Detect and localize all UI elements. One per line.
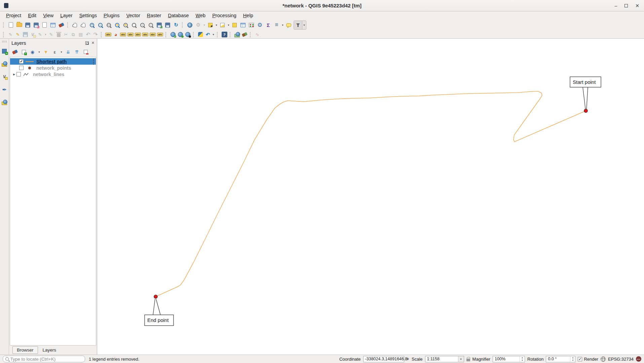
select-features-dropdown[interactable]: ▾ [215,21,218,29]
toolbar-grip[interactable] [101,32,103,37]
coordinate-field[interactable]: -338024.3,14891646.8 [363,356,404,362]
layer-diagram-button[interactable]: ◕ [112,31,119,38]
show-layout-manager-button[interactable] [49,21,57,29]
crs-status[interactable]: EPSG:32734 [608,357,634,362]
menu-raster[interactable]: Raster [144,12,165,19]
profile-tool-button[interactable]: ∿ [254,31,261,38]
spin-down-icon[interactable]: ▼ [570,359,575,362]
pan-to-selection-button[interactable] [79,21,88,29]
menu-processing[interactable]: Processing [209,12,240,19]
layer-row-network-points[interactable]: network_points [10,65,96,71]
pan-map-button[interactable] [71,21,79,29]
toolbar-grip[interactable] [165,32,167,37]
map-canvas[interactable]: Start point End point [97,39,644,355]
add-group-button[interactable] [20,48,28,56]
processing-toolbox-button[interactable]: ⚙ [256,21,264,29]
web-refresh-layer-button[interactable] [177,31,184,38]
zoom-native-button[interactable]: 1:1 [105,21,113,29]
web-add-layer-button[interactable]: + [169,31,177,38]
expression-dropdown[interactable]: ▾ [60,48,63,56]
toolbar-grip[interactable] [3,32,5,37]
feature-action-dropdown[interactable]: ▾ [202,21,206,29]
new-shapefile-layer-button[interactable]: V [0,73,8,81]
text-annotation-dropdown[interactable]: ▾ [302,21,306,29]
select-features-button[interactable] [206,21,215,29]
filter-by-expression-button[interactable]: ε [51,48,59,56]
menu-plugins[interactable]: Plugins [100,12,123,19]
new-project-button[interactable] [7,21,15,29]
menu-edit[interactable]: Edit [25,12,40,19]
modify-attributes-button[interactable]: ✎ [47,31,55,38]
pin-labels-button[interactable]: abc [127,31,134,38]
zoom-last-button[interactable]: ‹ [138,21,147,29]
toolbar-grip[interactable] [230,32,232,37]
open-attribute-table-button[interactable] [239,21,247,29]
zoom-full-button[interactable] [113,21,121,29]
new-virtual-layer-button[interactable] [0,98,8,106]
toolbar-grip[interactable] [217,32,219,37]
undo-button[interactable]: ↶ [84,31,92,38]
measure-button[interactable]: ≡ [272,21,281,29]
highlight-pinned-labels-button[interactable]: abc [119,31,127,38]
menu-settings[interactable]: Settings [76,12,100,19]
toolbar-grip[interactable] [67,22,69,28]
select-by-form-button[interactable] [218,21,227,29]
toggle-editing-button[interactable]: ✎ [14,31,22,38]
vertex-tool-dropdown[interactable]: ▾ [44,31,47,38]
layer-row-network-lines[interactable]: ▸ network_lines [10,71,96,77]
toolbar-grip[interactable] [250,32,252,37]
style-manager-button[interactable] [57,21,66,29]
close-button[interactable]: ✕ [635,3,639,8]
map-themes-dropdown[interactable]: ▾ [37,48,41,56]
cut-features-button[interactable]: ✂ [62,31,70,38]
new-print-layout-button[interactable] [40,21,49,29]
render-checkbox[interactable]: ✓ [578,357,582,361]
crs-globe-icon[interactable] [601,357,606,362]
menu-help[interactable]: Help [240,12,257,19]
select-by-form-dropdown[interactable]: ▾ [227,21,230,29]
python-console-button[interactable] [197,31,204,38]
help-button[interactable]: ? [221,31,228,38]
scale-combo[interactable]: 1:1158 ▾ [425,356,464,362]
expand-icon[interactable]: ▸ [12,72,16,76]
spin-up-icon[interactable]: ▲ [520,356,525,359]
minimize-button[interactable]: – [614,3,617,8]
zoom-in-button[interactable]: + [88,21,96,29]
layer-labeling-button[interactable]: abc [105,31,112,38]
statistical-summary-button[interactable]: Σ [264,21,272,29]
copy-features-button[interactable]: ⧉ [70,31,77,38]
layer-label[interactable]: network_points [36,65,71,71]
show-hide-labels-button[interactable]: abc [134,31,142,38]
rotation-spinbox[interactable]: 0.0 ° ▲▼ [546,356,575,362]
open-layer-styling-button[interactable] [11,48,19,56]
tab-browser[interactable]: Browser [12,346,38,354]
menu-view[interactable]: View [40,12,57,19]
locate-input[interactable] [10,357,83,362]
delete-selected-button[interactable] [55,31,62,38]
digitize-button[interactable]: V [29,31,36,38]
layer-row-shortest-path[interactable]: ✓ Shortest path [10,58,96,65]
metasearch-button[interactable] [184,31,191,38]
dock-close-icon[interactable]: ✕ [91,41,94,45]
lock-scale-icon[interactable] [466,359,470,361]
identify-features-button[interactable]: i [186,21,194,29]
map-tips-button[interactable] [285,21,293,29]
filter-legend-button[interactable]: ▼ [42,48,50,56]
run-feature-action-button[interactable]: ⚙ [194,21,202,29]
save-layer-edits-button[interactable] [22,31,29,38]
change-label-button[interactable]: abc [156,31,164,38]
vertex-tool-button[interactable]: ✎ [36,31,44,38]
layer-label[interactable]: network_lines [33,72,64,77]
toolbar-grip[interactable] [182,22,184,28]
move-label-button[interactable]: abc [142,31,149,38]
current-edits-button[interactable]: ✎ [7,31,14,38]
expand-all-button[interactable]: ⇊ [64,48,72,56]
menu-web[interactable]: Web [192,12,209,19]
manage-map-themes-button[interactable]: ◉ [29,48,36,56]
menu-vector[interactable]: Vector [123,12,144,19]
show-spatial-bookmarks-button[interactable] [163,21,172,29]
extents-toggle-icon[interactable]: ⌖ [407,356,409,362]
measure-dropdown[interactable]: ▾ [281,21,285,29]
plugin-map-button-2[interactable] [241,31,248,38]
layer-label[interactable]: Shortest path [36,59,67,64]
